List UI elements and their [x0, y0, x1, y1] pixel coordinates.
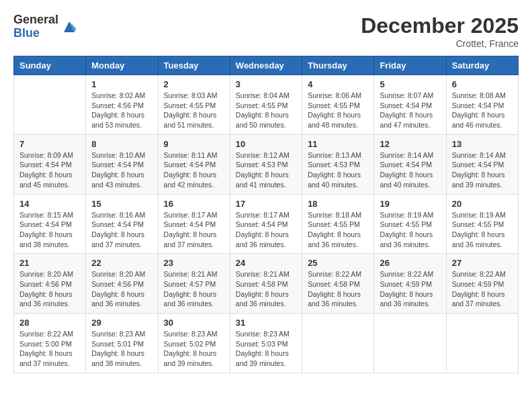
calendar-cell: 28Sunrise: 8:22 AM Sunset: 5:00 PM Dayli…: [14, 314, 86, 373]
calendar-cell: 30Sunrise: 8:23 AM Sunset: 5:02 PM Dayli…: [158, 314, 230, 373]
calendar-cell: [374, 314, 446, 373]
day-info: Sunrise: 8:17 AM Sunset: 4:54 PM Dayligh…: [164, 210, 224, 250]
day-number: 24: [236, 258, 296, 268]
day-number: 17: [236, 199, 296, 209]
title-section: December 2025 Crottet, France: [361, 13, 519, 49]
calendar-week-row: 1Sunrise: 8:02 AM Sunset: 4:56 PM Daylig…: [14, 75, 519, 135]
calendar-cell: 16Sunrise: 8:17 AM Sunset: 4:54 PM Dayli…: [158, 194, 230, 254]
calendar-cell: 7Sunrise: 8:09 AM Sunset: 4:54 PM Daylig…: [14, 134, 86, 194]
day-number: 20: [452, 199, 513, 209]
day-info: Sunrise: 8:21 AM Sunset: 4:57 PM Dayligh…: [164, 269, 224, 309]
day-info: Sunrise: 8:18 AM Sunset: 4:55 PM Dayligh…: [308, 210, 368, 250]
calendar-week-row: 7Sunrise: 8:09 AM Sunset: 4:54 PM Daylig…: [14, 134, 519, 194]
day-number: 7: [19, 139, 80, 149]
day-number: 11: [308, 139, 368, 149]
day-info: Sunrise: 8:21 AM Sunset: 4:58 PM Dayligh…: [236, 269, 296, 309]
day-info: Sunrise: 8:08 AM Sunset: 4:54 PM Dayligh…: [452, 91, 513, 130]
calendar-week-row: 28Sunrise: 8:22 AM Sunset: 5:00 PM Dayli…: [14, 314, 519, 373]
day-info: Sunrise: 8:22 AM Sunset: 4:59 PM Dayligh…: [452, 269, 513, 309]
day-number: 28: [19, 318, 80, 328]
calendar-cell: 29Sunrise: 8:23 AM Sunset: 5:01 PM Dayli…: [86, 314, 158, 373]
day-number: 3: [236, 79, 296, 89]
calendar-header-row: SundayMondayTuesdayWednesdayThursdayFrid…: [14, 56, 519, 75]
calendar-header-tuesday: Tuesday: [158, 56, 230, 75]
calendar-cell: 5Sunrise: 8:07 AM Sunset: 4:54 PM Daylig…: [374, 75, 446, 135]
calendar-week-row: 21Sunrise: 8:20 AM Sunset: 4:56 PM Dayli…: [14, 254, 519, 314]
logo-general: General: [13, 13, 58, 27]
logo-text: General Blue: [13, 13, 58, 40]
day-number: 5: [380, 79, 440, 89]
calendar-header-sunday: Sunday: [14, 56, 86, 75]
day-number: 21: [19, 258, 80, 268]
day-number: 19: [380, 199, 440, 209]
calendar-cell: 31Sunrise: 8:23 AM Sunset: 5:03 PM Dayli…: [230, 314, 302, 373]
day-number: 22: [91, 258, 152, 268]
location: Crottet, France: [361, 38, 519, 49]
day-info: Sunrise: 8:03 AM Sunset: 4:55 PM Dayligh…: [164, 91, 224, 130]
day-info: Sunrise: 8:11 AM Sunset: 4:54 PM Dayligh…: [164, 150, 224, 190]
calendar-cell: 14Sunrise: 8:15 AM Sunset: 4:54 PM Dayli…: [14, 194, 86, 254]
calendar-cell: 1Sunrise: 8:02 AM Sunset: 4:56 PM Daylig…: [86, 75, 158, 135]
day-number: 29: [91, 318, 152, 328]
day-number: 16: [164, 199, 224, 209]
calendar-cell: 2Sunrise: 8:03 AM Sunset: 4:55 PM Daylig…: [158, 75, 230, 135]
calendar-cell: 9Sunrise: 8:11 AM Sunset: 4:54 PM Daylig…: [158, 134, 230, 194]
logo-blue: Blue: [13, 27, 58, 40]
calendar-header-saturday: Saturday: [446, 56, 518, 75]
day-info: Sunrise: 8:23 AM Sunset: 5:02 PM Dayligh…: [164, 329, 224, 369]
day-number: 25: [308, 258, 368, 268]
day-info: Sunrise: 8:17 AM Sunset: 4:54 PM Dayligh…: [236, 210, 296, 250]
calendar-cell: 20Sunrise: 8:19 AM Sunset: 4:55 PM Dayli…: [446, 194, 518, 254]
day-number: 8: [91, 139, 152, 149]
day-number: 1: [91, 79, 152, 89]
day-info: Sunrise: 8:04 AM Sunset: 4:55 PM Dayligh…: [236, 91, 296, 130]
day-info: Sunrise: 8:23 AM Sunset: 5:03 PM Dayligh…: [236, 329, 296, 369]
calendar-cell: 8Sunrise: 8:10 AM Sunset: 4:54 PM Daylig…: [86, 134, 158, 194]
day-info: Sunrise: 8:16 AM Sunset: 4:54 PM Dayligh…: [91, 210, 152, 250]
day-info: Sunrise: 8:20 AM Sunset: 4:56 PM Dayligh…: [91, 269, 152, 309]
calendar-cell: 3Sunrise: 8:04 AM Sunset: 4:55 PM Daylig…: [230, 75, 302, 135]
calendar-header-friday: Friday: [374, 56, 446, 75]
day-number: 9: [164, 139, 224, 149]
calendar-header-monday: Monday: [86, 56, 158, 75]
calendar-cell: 19Sunrise: 8:19 AM Sunset: 4:55 PM Dayli…: [374, 194, 446, 254]
calendar-cell: 26Sunrise: 8:22 AM Sunset: 4:59 PM Dayli…: [374, 254, 446, 314]
day-number: 15: [91, 199, 152, 209]
day-number: 6: [452, 79, 513, 89]
month-title: December 2025: [361, 13, 519, 38]
day-number: 30: [164, 318, 224, 328]
calendar-cell: 10Sunrise: 8:12 AM Sunset: 4:53 PM Dayli…: [230, 134, 302, 194]
calendar-header-thursday: Thursday: [302, 56, 374, 75]
day-number: 27: [452, 258, 513, 268]
day-info: Sunrise: 8:22 AM Sunset: 4:59 PM Dayligh…: [380, 269, 440, 309]
page-header: General Blue December 2025 Crottet, Fran…: [13, 13, 519, 49]
calendar-cell: [14, 75, 86, 135]
day-info: Sunrise: 8:13 AM Sunset: 4:53 PM Dayligh…: [308, 150, 368, 190]
calendar-cell: 27Sunrise: 8:22 AM Sunset: 4:59 PM Dayli…: [446, 254, 518, 314]
day-info: Sunrise: 8:19 AM Sunset: 4:55 PM Dayligh…: [452, 210, 513, 250]
day-info: Sunrise: 8:22 AM Sunset: 4:58 PM Dayligh…: [308, 269, 368, 309]
day-number: 10: [236, 139, 296, 149]
day-info: Sunrise: 8:22 AM Sunset: 5:00 PM Dayligh…: [19, 329, 80, 369]
logo: General Blue: [13, 13, 77, 40]
calendar-cell: 21Sunrise: 8:20 AM Sunset: 4:56 PM Dayli…: [14, 254, 86, 314]
day-number: 4: [308, 79, 368, 89]
calendar-header-wednesday: Wednesday: [230, 56, 302, 75]
day-number: 2: [164, 79, 224, 89]
day-number: 23: [164, 258, 224, 268]
logo-icon: [61, 19, 77, 35]
day-number: 13: [452, 139, 513, 149]
calendar-table: SundayMondayTuesdayWednesdayThursdayFrid…: [13, 56, 519, 373]
day-info: Sunrise: 8:15 AM Sunset: 4:54 PM Dayligh…: [19, 210, 80, 250]
day-info: Sunrise: 8:14 AM Sunset: 4:54 PM Dayligh…: [452, 150, 513, 190]
calendar-cell: 6Sunrise: 8:08 AM Sunset: 4:54 PM Daylig…: [446, 75, 518, 135]
day-info: Sunrise: 8:19 AM Sunset: 4:55 PM Dayligh…: [380, 210, 440, 250]
day-number: 31: [236, 318, 296, 328]
calendar-cell: 24Sunrise: 8:21 AM Sunset: 4:58 PM Dayli…: [230, 254, 302, 314]
calendar-cell: 12Sunrise: 8:14 AM Sunset: 4:54 PM Dayli…: [374, 134, 446, 194]
calendar-cell: 13Sunrise: 8:14 AM Sunset: 4:54 PM Dayli…: [446, 134, 518, 194]
day-number: 18: [308, 199, 368, 209]
day-info: Sunrise: 8:20 AM Sunset: 4:56 PM Dayligh…: [19, 269, 80, 309]
day-info: Sunrise: 8:02 AM Sunset: 4:56 PM Dayligh…: [91, 91, 152, 130]
calendar-cell: 22Sunrise: 8:20 AM Sunset: 4:56 PM Dayli…: [86, 254, 158, 314]
